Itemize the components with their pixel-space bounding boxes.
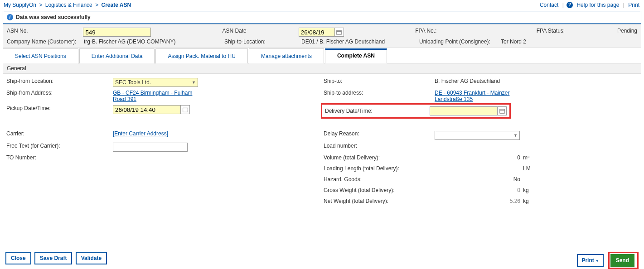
hazard-value: No	[435, 176, 523, 183]
gross-label: Gross Weight (total Delivery):	[324, 187, 435, 193]
shipto-value: B. Fischer AG Deutschland	[435, 78, 523, 84]
asn-date-picker-icon[interactable]	[335, 28, 344, 37]
section-general: General	[3, 63, 641, 74]
help-link[interactable]: Help for this page	[576, 2, 619, 8]
info-icon: i	[7, 14, 13, 20]
loadlen-unit: LM	[523, 165, 537, 172]
svg-rect-2	[183, 108, 188, 112]
shipto-label: Ship-to:	[324, 78, 435, 84]
freetext-label: Free Text (for Carrier):	[6, 143, 113, 149]
crumb-current: Create ASN	[102, 2, 131, 8]
breadcrumb: My SupplyOn > Logistics & Finance > Crea…	[4, 2, 131, 8]
shipto-loc-label: Ship-to-Location:	[224, 38, 301, 45]
close-button[interactable]: Close	[5, 252, 31, 264]
shipto-addr-label: Ship-to address:	[324, 90, 435, 96]
shipfrom-loc-select[interactable]: SEC Tools Ltd. ▼	[113, 78, 198, 87]
asn-no-label: ASN No.	[7, 28, 83, 37]
save-success-message: i Data was saved successfully	[3, 11, 641, 24]
chevron-down-icon: ▼	[192, 80, 196, 85]
svg-rect-0	[337, 30, 342, 34]
svg-rect-4	[499, 109, 504, 113]
message-text: Data was saved successfully	[16, 14, 91, 20]
delivery-label: Delivery Date/Time:	[325, 108, 430, 114]
delivery-date-picker-icon[interactable]	[498, 106, 507, 115]
asn-no-input[interactable]	[83, 28, 151, 37]
fpa-status-value: Pending	[617, 28, 637, 37]
volume-value: 0	[435, 154, 523, 161]
net-value: 5.26	[435, 198, 523, 204]
pickup-date-input[interactable]	[113, 105, 181, 114]
validate-button[interactable]: Validate	[76, 252, 107, 264]
freetext-input[interactable]	[113, 143, 188, 152]
unload-value: Tor Nord 2	[501, 38, 526, 45]
net-unit: kg	[523, 198, 537, 204]
company-label: Company Name (Customer):	[7, 38, 84, 45]
help-icon: ?	[567, 2, 573, 8]
net-label: Net Weight (total Delivery):	[324, 198, 435, 204]
shipfrom-addr-label: Ship-from Address:	[6, 90, 113, 96]
tab-pack-material[interactable]: Assign Pack. Material to HU	[155, 48, 247, 63]
loadlen-label: Loading Length (total Delivery):	[324, 165, 435, 172]
shipfrom-addr-link[interactable]: GB - CF24 Birmingham - Fulham Road 391	[113, 90, 194, 102]
print-button[interactable]: Print▼	[577, 254, 603, 267]
chevron-down-icon: ▼	[513, 133, 518, 138]
tab-select-positions[interactable]: Select ASN Positions	[3, 48, 78, 63]
gross-unit: kg	[523, 187, 537, 193]
delay-reason-select[interactable]: ▼	[435, 131, 520, 140]
tab-additional-data[interactable]: Enter Additional Data	[79, 48, 155, 63]
shipfrom-loc-label: Ship-from Location:	[6, 78, 113, 84]
fpa-no-label: FPA No.:	[415, 28, 536, 37]
volume-unit: m³	[523, 154, 537, 161]
gross-value: 0	[435, 187, 523, 193]
pickup-label: Pickup Date/Time:	[6, 105, 113, 111]
volume-label: Volume (total Delivery):	[324, 154, 435, 161]
send-highlight: Send	[608, 252, 639, 269]
crumb-logistics[interactable]: Logistics & Finance	[45, 2, 92, 8]
bottom-toolbar: Close Save Draft Validate Print▼ Send	[0, 248, 644, 269]
tab-attachments[interactable]: Manage attachments	[249, 48, 324, 63]
delay-reason-label: Delay Reason:	[324, 130, 435, 137]
carrier-link[interactable]: [Enter Carrier Address]	[113, 130, 168, 137]
crumb-supplyon[interactable]: My SupplyOn	[4, 2, 36, 8]
print-link[interactable]: Print	[628, 2, 639, 8]
asn-date-input[interactable]	[299, 28, 335, 37]
shipfrom-loc-value: SEC Tools Ltd.	[115, 79, 151, 86]
send-button[interactable]: Send	[610, 254, 634, 267]
hazard-label: Hazard. Goods:	[324, 176, 435, 183]
tab-complete-asn[interactable]: Complete ASN	[325, 48, 387, 63]
pickup-date-picker-icon[interactable]	[181, 105, 190, 114]
unload-label: Unloading Point (Consignee):	[419, 38, 501, 45]
shipto-addr-link[interactable]: DE - 60943 Frankfurt - Mainzer Landstraß…	[435, 90, 521, 102]
tabs-bar: Select ASN Positions Enter Additional Da…	[3, 48, 641, 63]
save-draft-button[interactable]: Save Draft	[34, 252, 72, 264]
asn-date-label: ASN Date	[222, 28, 298, 37]
load-number-label: Load number:	[324, 143, 435, 149]
asn-header: ASN No. ASN Date FPA No.: FPA Status: Pe…	[3, 24, 641, 48]
to-number-label: TO Number:	[6, 154, 113, 161]
company-value: trg-B. Fischer AG (DEMO COMPANY)	[84, 38, 224, 45]
shipto-loc-value: DE01 / B. Fischer AG Deutschland	[301, 38, 419, 45]
contact-link[interactable]: Contact	[540, 2, 558, 8]
carrier-label: Carrier:	[6, 130, 113, 137]
fpa-status-label: FPA Status:	[537, 28, 617, 37]
top-links: Contact | ? Help for this page | Print	[539, 2, 640, 8]
chevron-down-icon: ▼	[596, 259, 599, 263]
delivery-date-input[interactable]	[430, 106, 498, 115]
